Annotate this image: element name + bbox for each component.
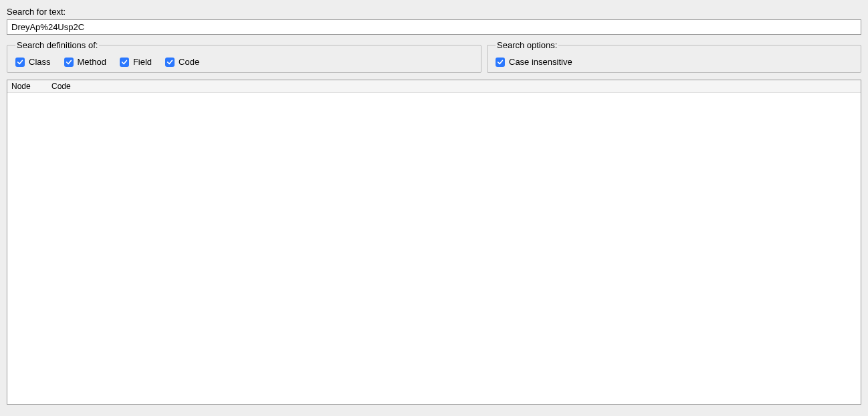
- field-checkbox-label[interactable]: Field: [133, 57, 152, 67]
- search-definitions-fieldset: Search definitions of: Class Method Fiel…: [7, 40, 481, 73]
- results-table-header: Node Code: [7, 80, 861, 93]
- field-checkbox[interactable]: [120, 58, 129, 67]
- search-options-legend: Search options:: [496, 40, 558, 50]
- case-insensitive-checkbox[interactable]: [496, 58, 505, 67]
- method-checkbox[interactable]: [64, 58, 74, 67]
- class-checkbox[interactable]: [15, 58, 25, 67]
- search-definitions-legend: Search definitions of:: [15, 40, 99, 50]
- method-checkbox-label[interactable]: Method: [78, 57, 106, 67]
- column-header-code[interactable]: Code: [47, 80, 861, 92]
- search-label: Search for text:: [7, 7, 861, 17]
- search-input[interactable]: [7, 19, 861, 35]
- code-checkbox[interactable]: [165, 58, 175, 67]
- search-options-fieldset: Search options: Case insensitive: [487, 40, 861, 73]
- results-table[interactable]: Node Code: [7, 80, 861, 405]
- case-insensitive-checkbox-label[interactable]: Case insensitive: [509, 57, 572, 67]
- column-header-node[interactable]: Node: [7, 80, 47, 92]
- class-checkbox-label[interactable]: Class: [29, 57, 51, 67]
- code-checkbox-label[interactable]: Code: [179, 57, 199, 67]
